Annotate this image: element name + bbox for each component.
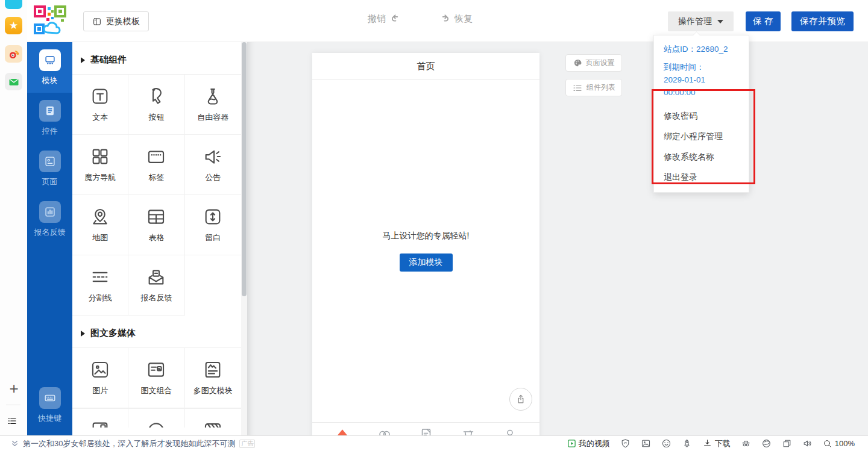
download-label: 下载: [715, 438, 731, 449]
component-label: 多图文模块: [193, 385, 233, 396]
section-header-图文多媒体[interactable]: 图文多媒体: [72, 316, 241, 347]
component-grid: 文本按钮自由容器魔方导航标签公告地图表格留白分割线报名反馈: [72, 74, 241, 316]
redo-label: 恢复: [454, 13, 473, 25]
component-panel: 基础组件文本按钮自由容器魔方导航标签公告地图表格留白分割线报名反馈图文多媒体图片…: [72, 42, 241, 435]
sidebar-item-页面[interactable]: 页面: [27, 143, 72, 194]
component-item-partial[interactable]: [185, 409, 241, 428]
my-videos-button[interactable]: 我的视频: [567, 438, 610, 449]
component-item-标签[interactable]: 标签: [128, 135, 184, 195]
change-template-icon: [92, 17, 102, 26]
strip-menu-icon[interactable]: [7, 415, 17, 426]
app-logo[interactable]: [33, 5, 67, 37]
component-item-魔方导航[interactable]: 魔方导航: [72, 135, 128, 195]
page-settings-label: 页面设置: [586, 58, 615, 68]
component-item-partial[interactable]: [128, 409, 184, 428]
windows-icon[interactable]: [782, 438, 792, 449]
cube-icon: [90, 146, 110, 167]
dropdown-item-绑定小程序管理[interactable]: 绑定小程序管理: [654, 126, 749, 146]
image-icon: [90, 359, 110, 380]
map-icon: [90, 207, 110, 227]
add-shortcut-button[interactable]: +: [6, 381, 22, 397]
tab-rings-icon[interactable]: [377, 427, 392, 435]
panel-scrollbar[interactable]: [241, 42, 247, 435]
change-template-button[interactable]: 更换模板: [83, 11, 149, 31]
sidebar-item-报名反馈[interactable]: 报名反馈: [27, 194, 72, 244]
component-grid-partial: [72, 408, 241, 428]
zoom-level: 100%: [835, 439, 855, 448]
dropdown-item-修改密码[interactable]: 修改密码: [654, 105, 749, 126]
page-settings-button[interactable]: 页面设置: [565, 54, 622, 72]
chevron-down-icon: [717, 20, 723, 23]
component-label: 分割线: [89, 293, 112, 303]
tab-profile-icon[interactable]: [503, 427, 517, 435]
sidebar-item-控件[interactable]: 控件: [27, 93, 72, 143]
divider-icon: [90, 267, 110, 287]
ad-link[interactable]: 第一次和30岁女邻居独处，深入了解后才发现她如此深不可测 广告: [0, 438, 255, 449]
redo-icon: [439, 13, 450, 25]
my-videos-label: 我的视频: [579, 438, 610, 449]
tab-news-icon[interactable]: [419, 427, 433, 435]
download-button[interactable]: 下载: [702, 438, 731, 449]
component-label: 留白: [205, 232, 221, 243]
component-item-报名反馈[interactable]: 报名反馈: [128, 255, 184, 316]
tab-cart-icon[interactable]: [461, 427, 476, 435]
component-item-图片[interactable]: 图片: [72, 348, 128, 408]
manage-dropdown-button[interactable]: 操作管理: [668, 11, 734, 31]
undo-label: 撤销: [368, 13, 386, 25]
spacer-icon: [203, 207, 223, 227]
film-icon: [203, 420, 223, 428]
component-label: 文本: [92, 112, 108, 123]
undo-button[interactable]: 撤销: [368, 13, 401, 25]
mail-app-icon[interactable]: [5, 73, 22, 90]
component-item-图文组合[interactable]: 图文组合: [128, 348, 184, 408]
sidebar-item-模块[interactable]: 模块: [27, 42, 72, 93]
redo-button[interactable]: 恢复: [439, 13, 473, 25]
component-item-地图[interactable]: 地图: [72, 195, 128, 255]
component-item-表格[interactable]: 表格: [128, 195, 184, 255]
section-header-基础组件[interactable]: 基础组件: [72, 42, 241, 74]
imagetext-icon: [146, 359, 166, 380]
photo-icon[interactable]: [641, 438, 651, 449]
sidebar-item-label: 控件: [42, 126, 58, 137]
add-module-button[interactable]: 添加模块: [400, 253, 453, 272]
component-item-留白[interactable]: 留白: [185, 195, 241, 255]
speaker-icon[interactable]: [802, 438, 813, 449]
component-item-多图文模块[interactable]: 多图文模块: [185, 348, 241, 408]
zoom-control[interactable]: 100%: [823, 439, 855, 449]
component-label: 报名反馈: [140, 293, 172, 303]
dropdown-item-退出登录[interactable]: 退出登录: [654, 167, 749, 187]
expire-value: 2029-01-01 00:00:00: [664, 75, 705, 97]
component-list-button[interactable]: 组件列表: [565, 79, 622, 96]
manage-label: 操作管理: [678, 16, 712, 27]
scrollbar-thumb[interactable]: [242, 42, 247, 296]
sidebar-item-快捷键[interactable]: 快捷键: [27, 380, 72, 431]
rocket-icon[interactable]: [682, 438, 692, 449]
component-item-文本[interactable]: 文本: [72, 75, 128, 135]
face-icon[interactable]: [661, 438, 671, 449]
save-button[interactable]: 保 存: [746, 11, 781, 31]
browser-side-strip: ★ +: [0, 0, 27, 451]
save-preview-button[interactable]: 保存并预览: [791, 11, 854, 31]
empty-hint-text: 马上设计您的专属轻站!: [312, 231, 539, 241]
ie-icon[interactable]: [761, 438, 772, 449]
sidebar-item-label: 快捷键: [38, 413, 61, 424]
component-item-按钮[interactable]: 按钮: [128, 75, 184, 135]
dropdown-item-修改系统名称[interactable]: 修改系统名称: [654, 146, 749, 167]
component-item-partial[interactable]: [72, 409, 128, 428]
component-item-分割线[interactable]: 分割线: [72, 255, 128, 316]
change-template-label: 更换模板: [106, 16, 140, 27]
incognito-icon[interactable]: [741, 438, 751, 449]
share-icon[interactable]: [509, 388, 532, 411]
tab-home-icon[interactable]: [335, 427, 350, 435]
app-icon-partial[interactable]: [5, 0, 22, 9]
component-label: 公告: [205, 172, 221, 183]
component-item-自由容器[interactable]: 自由容器: [185, 75, 241, 135]
download-icon: [702, 438, 712, 449]
sidebar-item-label: 报名反馈: [34, 227, 66, 238]
star-app-icon[interactable]: ★: [5, 17, 22, 34]
component-item-公告[interactable]: 公告: [185, 135, 241, 195]
component-label: 图文组合: [140, 385, 172, 396]
nav-widget-icon: [39, 100, 61, 122]
shield-icon[interactable]: [620, 438, 631, 449]
weibo-app-icon[interactable]: [5, 45, 22, 63]
